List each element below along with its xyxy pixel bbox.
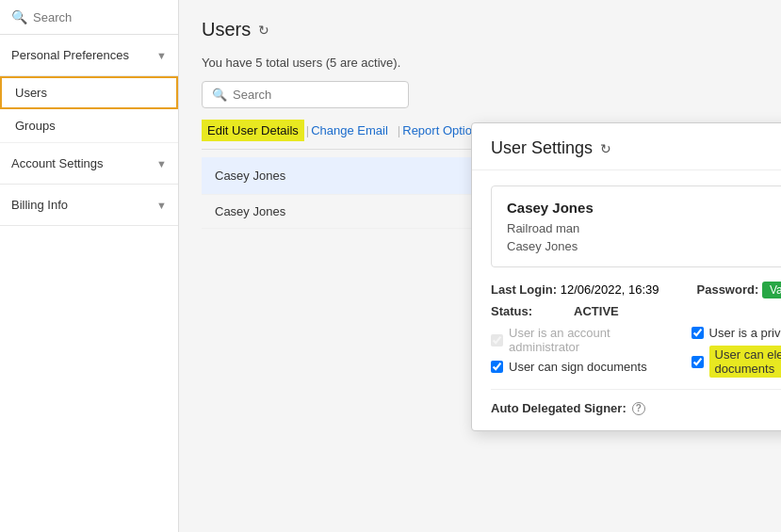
last-login-row: Last Login: 12/06/2022, 16:39 Password: … <box>491 282 781 297</box>
user-name-1: Casey Jones <box>215 169 285 183</box>
users-search-input[interactable] <box>233 88 399 102</box>
status-row: Status: ACTIVE <box>491 304 781 318</box>
checkbox-seal-docs-input[interactable] <box>692 356 704 368</box>
edit-user-details-link[interactable]: Edit User Details <box>202 120 304 141</box>
status-label: Status: <box>491 304 532 318</box>
auto-delegated-help-icon[interactable]: ? <box>632 402 645 415</box>
main-content: Users ↻ You have 5 total users (5 are ac… <box>179 0 781 532</box>
checkbox-privacy-admin-input[interactable] <box>692 327 704 339</box>
users-count: You have 5 total users (5 are active). <box>202 56 758 70</box>
chevron-down-icon-billing: ▼ <box>156 200 167 211</box>
sidebar-users-label: Users <box>15 86 47 100</box>
personal-preferences-label: Personal Preferences <box>11 48 129 62</box>
refresh-icon[interactable]: ↻ <box>258 23 269 38</box>
chevron-down-icon: ▼ <box>156 50 167 61</box>
checkboxes-right: User is a privacy administrator ? User c… <box>692 326 781 378</box>
user-name-2: Casey Jones <box>215 204 285 218</box>
app-layout: 🔍 Personal Preferences ▼ Users Groups Ac… <box>0 0 781 532</box>
search-bar-icon: 🔍 <box>212 88 227 102</box>
password-label: Password: <box>697 282 759 297</box>
checkbox-sign-docs: User can sign documents <box>491 360 673 374</box>
sidebar-groups-label: Groups <box>15 119 56 133</box>
auto-delegated-row: Auto Delegated Signer: ? <box>491 389 781 415</box>
sidebar-search-input[interactable] <box>33 10 167 24</box>
panel-body: Casey Jones Railroad man Casey Jones Edi… <box>472 170 781 430</box>
panel-title: User Settings <box>491 138 593 158</box>
profile-name: Casey Jones <box>507 200 781 216</box>
separator-1: | <box>306 123 309 137</box>
sidebar: 🔍 Personal Preferences ▼ Users Groups Ac… <box>0 0 179 532</box>
sidebar-item-personal-preferences[interactable]: Personal Preferences ▼ <box>0 35 178 76</box>
checkboxes-section: User is an account administrator User ca… <box>491 326 781 378</box>
search-icon: 🔍 <box>11 9 27 24</box>
profile-role: Railroad man <box>507 221 781 235</box>
sidebar-item-groups[interactable]: Groups <box>0 109 178 143</box>
panel-header: User Settings ↻ <box>472 123 781 170</box>
user-settings-panel: User Settings ↻ Casey Jones Railroad man… <box>471 122 781 431</box>
sidebar-item-billing-info[interactable]: Billing Info ▼ <box>0 185 178 226</box>
checkbox-seal-docs: User can electronically seal documents <box>692 346 781 378</box>
password-badge: Valid <box>762 282 781 298</box>
sidebar-item-account-settings[interactable]: Account Settings ▼ <box>0 143 178 185</box>
profile-card: Casey Jones Railroad man Casey Jones Edi… <box>491 185 781 267</box>
auto-delegated-label: Auto Delegated Signer: <box>491 401 626 415</box>
account-settings-label: Account Settings <box>11 156 104 170</box>
profile-email: Casey Jones <box>507 239 781 253</box>
panel-refresh-icon[interactable]: ↻ <box>600 141 611 156</box>
last-login-value-text: 12/06/2022, 16:39 <box>561 282 659 297</box>
checkbox-account-admin: User is an account administrator <box>491 326 673 354</box>
checkbox-privacy-admin-label: User is a privacy administrator <box>709 326 781 340</box>
checkbox-privacy-admin: User is a privacy administrator ? <box>692 326 781 340</box>
checkboxes-left: User is an account administrator User ca… <box>491 326 673 378</box>
checkbox-account-admin-input[interactable] <box>491 334 503 347</box>
sidebar-search-container[interactable]: 🔍 <box>0 0 178 35</box>
checkbox-seal-docs-label: User can electronically seal documents <box>709 346 781 378</box>
separator-2: | <box>398 123 400 137</box>
checkbox-sign-docs-label: User can sign documents <box>509 360 647 374</box>
checkbox-account-admin-label: User is an account administrator <box>509 326 673 354</box>
status-value: ACTIVE <box>574 304 619 318</box>
main-title-row: Users ↻ <box>202 19 758 40</box>
users-search-bar[interactable]: 🔍 <box>202 81 409 108</box>
change-email-link[interactable]: Change Email <box>311 120 396 141</box>
page-title: Users <box>202 19 251 40</box>
sidebar-item-users[interactable]: Users <box>0 76 178 109</box>
checkbox-sign-docs-input[interactable] <box>491 361 503 373</box>
last-login-label: Last Login: <box>491 282 557 297</box>
chevron-down-icon-account: ▼ <box>156 158 167 169</box>
billing-info-label: Billing Info <box>11 198 68 212</box>
